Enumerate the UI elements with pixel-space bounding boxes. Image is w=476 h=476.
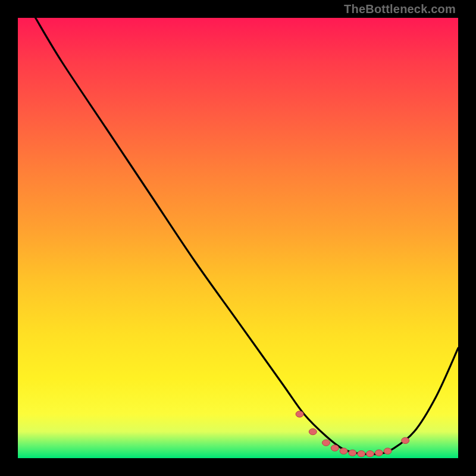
optimal-dot xyxy=(367,450,374,456)
optimal-dot xyxy=(331,445,339,451)
optimal-dot xyxy=(322,440,330,446)
optimal-dot xyxy=(340,448,347,454)
curve-path-group xyxy=(36,18,458,455)
bottleneck-curve xyxy=(36,18,458,455)
optimal-dot xyxy=(384,448,392,454)
plot-area xyxy=(18,18,458,458)
optimal-dot xyxy=(349,450,356,456)
chart-frame xyxy=(18,18,458,458)
optimal-dot xyxy=(309,428,317,434)
optimal-dot xyxy=(375,450,383,456)
bottleneck-curve-svg xyxy=(18,18,458,458)
optimal-dot xyxy=(358,450,365,456)
optimal-dot xyxy=(296,411,303,417)
optimal-dot xyxy=(402,437,409,443)
attribution-text: TheBottleneck.com xyxy=(344,2,456,16)
